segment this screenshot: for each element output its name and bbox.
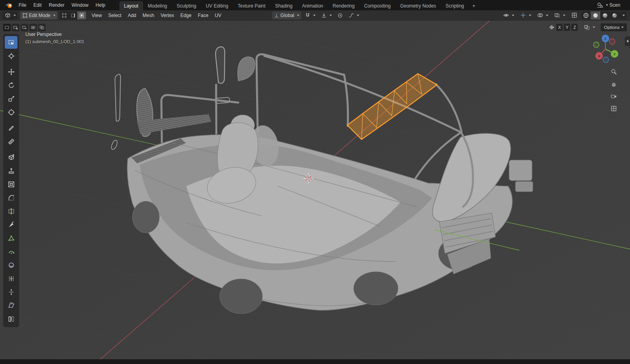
tab-animation[interactable]: Animation	[297, 1, 328, 10]
select-subtract-button[interactable]	[21, 24, 28, 31]
shading-grid-button[interactable]	[569, 11, 579, 19]
snap-target-dropdown[interactable]	[319, 11, 334, 19]
menu-select[interactable]: Select	[105, 10, 124, 21]
overlays-caret	[546, 15, 548, 16]
snap-toggle-button[interactable]	[303, 11, 318, 19]
object-visibility-dropdown[interactable]	[501, 11, 516, 19]
perspective-toggle-button[interactable]	[609, 104, 618, 113]
tool-measure[interactable]	[5, 135, 17, 148]
add-workspace-button[interactable]: +	[469, 1, 479, 10]
menu-uv[interactable]: UV	[212, 10, 225, 21]
vertex-select-button[interactable]	[60, 11, 69, 19]
tab-rendering[interactable]: Rendering	[328, 1, 359, 10]
3d-viewport[interactable]: User Perspective (1) submesh_00_LOD_1.00…	[0, 21, 630, 359]
tab-scripting[interactable]: Scripting	[441, 1, 469, 10]
menu-render[interactable]: Render	[45, 0, 68, 10]
menu-edit[interactable]: Edit	[30, 0, 45, 10]
shading-dropdown[interactable]	[619, 11, 626, 19]
tool-shear[interactable]	[5, 299, 17, 312]
overlays-toggle[interactable]	[535, 11, 550, 19]
tool-knife[interactable]	[5, 218, 17, 231]
shading-material-button[interactable]	[600, 11, 610, 19]
select-set-button[interactable]	[3, 24, 11, 31]
tool-select-box[interactable]	[5, 36, 17, 49]
tool-cursor[interactable]	[5, 50, 17, 62]
tab-layout[interactable]: Layout	[119, 1, 143, 10]
3d-viewport-canvas[interactable]	[0, 21, 630, 359]
inset-faces-icon	[8, 181, 15, 188]
tab-modeling[interactable]: Modeling	[143, 1, 172, 10]
tool-spin[interactable]	[5, 245, 17, 258]
gizmo-minus-y[interactable]	[594, 42, 599, 48]
tool-transform[interactable]	[5, 106, 17, 118]
snap-target-icon	[321, 13, 327, 18]
menu-edge[interactable]: Edge	[177, 10, 195, 21]
menu-face[interactable]: Face	[195, 10, 212, 21]
tab-sculpting[interactable]: Sculpting	[172, 1, 201, 10]
tool-extrude-region[interactable]	[5, 164, 17, 177]
menu-view[interactable]: View	[88, 10, 105, 21]
tool-scale[interactable]	[5, 92, 17, 105]
menu-file[interactable]: File	[15, 0, 30, 10]
tool-edge-slide[interactable]	[5, 272, 17, 285]
mirror-y-toggle[interactable]: Y	[564, 24, 570, 31]
pan-view-button[interactable]	[609, 80, 618, 88]
visibility-eye-icon	[503, 12, 509, 18]
menu-vertex[interactable]: Vertex	[157, 10, 177, 21]
tab-geometry-nodes[interactable]: Geometry Nodes	[395, 1, 441, 10]
menu-help[interactable]: Help	[92, 0, 109, 10]
mode-selector[interactable]: Edit Mode	[20, 11, 57, 19]
menu-mesh[interactable]: Mesh	[140, 10, 157, 21]
select-extend-button[interactable]	[12, 24, 19, 31]
gizmos-toggle[interactable]	[518, 11, 533, 19]
tool-inset-faces[interactable]	[5, 178, 17, 191]
zoom-view-button[interactable]	[609, 67, 618, 76]
tool-rip-region[interactable]	[5, 313, 17, 325]
sidebar-toggle-arrow[interactable]	[625, 36, 630, 46]
tool-rotate[interactable]	[5, 79, 17, 91]
edge-select-button[interactable]	[69, 11, 77, 19]
scene-selector[interactable]: Scen	[595, 0, 630, 10]
camera-view-button[interactable]	[609, 92, 618, 101]
select-box-icon	[8, 39, 15, 46]
correct-face-attributes-button[interactable]	[582, 23, 597, 31]
menu-window[interactable]: Window	[68, 0, 92, 10]
topbar: File Edit Render Window Help Layout Mode…	[0, 0, 630, 10]
tab-texture-paint[interactable]: Texture Paint	[233, 1, 270, 10]
tool-poly-build[interactable]	[5, 232, 17, 244]
tool-move[interactable]	[5, 65, 17, 78]
mirror-z-toggle[interactable]: Z	[571, 24, 578, 31]
select-intersect-button[interactable]	[38, 24, 46, 31]
proportional-edit-toggle[interactable]	[335, 11, 345, 19]
orientation-caret	[297, 15, 299, 16]
tab-shading[interactable]: Shading	[270, 1, 297, 10]
mirror-x-toggle[interactable]: X	[556, 24, 563, 31]
tool-add-cube[interactable]	[5, 151, 17, 164]
tool-shrink-fatten[interactable]	[5, 286, 17, 298]
blender-logo-icon[interactable]	[4, 2, 13, 8]
select-invert-button[interactable]	[29, 24, 37, 31]
menu-add[interactable]: Add	[124, 10, 139, 21]
transform-orientation-dropdown[interactable]: Global	[272, 11, 301, 19]
loop-cut-icon	[8, 208, 15, 215]
poly-build-icon	[8, 235, 15, 242]
gizmo-minus-x[interactable]	[609, 39, 615, 44]
shading-wireframe-button[interactable]	[581, 11, 591, 19]
editor-type-button[interactable]	[3, 11, 18, 19]
tool-smooth[interactable]	[5, 259, 17, 271]
select-set-icon	[4, 25, 10, 30]
tool-annotate[interactable]	[5, 122, 17, 134]
gizmo-minus-z[interactable]	[603, 57, 609, 63]
shading-rendered-button[interactable]	[610, 11, 619, 19]
xray-toggle[interactable]	[552, 11, 567, 19]
shading-solid-button[interactable]	[591, 11, 600, 19]
tool-bevel[interactable]	[5, 191, 17, 204]
tool-loop-cut[interactable]	[5, 205, 17, 217]
navigation-gizmo[interactable]: Z Y X	[590, 33, 621, 65]
options-dropdown[interactable]: Options	[601, 23, 627, 31]
tab-uv-editing[interactable]: UV Editing	[201, 1, 233, 10]
editor-type-caret	[13, 15, 16, 16]
face-select-button[interactable]	[77, 11, 86, 19]
proportional-falloff-dropdown[interactable]	[347, 11, 361, 19]
tab-compositing[interactable]: Compositing	[359, 1, 395, 10]
